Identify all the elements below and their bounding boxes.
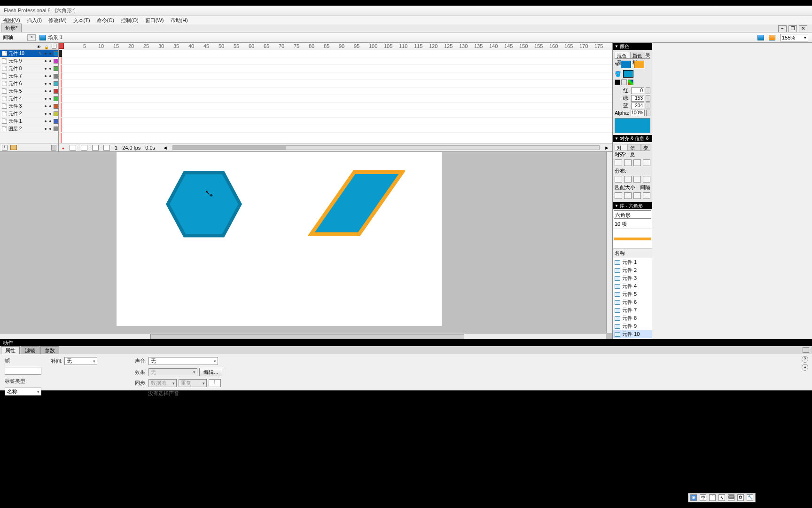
minimize-button[interactable]: −	[778, 25, 787, 32]
layer-row[interactable]: 元件 7	[0, 72, 58, 80]
red-input[interactable]: 0	[631, 87, 644, 94]
library-panel-header[interactable]: 库 - 六角形	[613, 202, 652, 209]
document-tab[interactable]: 角形*	[1, 24, 22, 32]
black-white-icon[interactable]	[615, 79, 620, 85]
layer-color-swatch[interactable]	[54, 74, 58, 79]
transform-tab[interactable]: 变	[641, 144, 650, 151]
layer-color-swatch[interactable]	[54, 119, 58, 124]
add-folder-button[interactable]	[10, 145, 17, 150]
layer-row[interactable]: 元件 3	[0, 103, 58, 110]
match-height-button[interactable]	[624, 192, 632, 199]
menu-text[interactable]: 文本(T)	[73, 17, 90, 24]
layer-color-swatch[interactable]	[54, 96, 58, 101]
delete-layer-button[interactable]	[51, 145, 56, 151]
layer-row[interactable]: 元件 5	[0, 87, 58, 95]
layer-row[interactable]: 元件 2	[0, 110, 58, 118]
layer-color-swatch[interactable]	[54, 81, 58, 86]
align-top-button[interactable]	[643, 159, 650, 166]
ime-punct-button[interactable]: •,	[718, 494, 725, 501]
sync-select[interactable]: 数据流	[148, 379, 177, 387]
layer-color-swatch[interactable]	[54, 89, 58, 94]
eye-column-icon[interactable]	[37, 44, 41, 48]
effect-select[interactable]: 无	[148, 368, 197, 376]
color-panel-header[interactable]: 颜色	[613, 43, 652, 50]
layer-color-swatch[interactable]	[54, 104, 58, 109]
alpha-spinner[interactable]	[646, 110, 650, 116]
parallelogram-shape[interactable]	[308, 170, 405, 237]
fill-swatch[interactable]	[634, 61, 644, 68]
edit-scene-icon[interactable]	[757, 35, 764, 40]
match-width-button[interactable]	[615, 192, 622, 199]
swap-colors-icon[interactable]	[628, 79, 633, 85]
menu-insert[interactable]: 插入(I)	[27, 17, 42, 24]
menu-window[interactable]: 窗口(W)	[145, 17, 164, 24]
timeline-ruler[interactable]: 1510152025303540455055606570758085909510…	[59, 43, 612, 50]
vertical-scrollbar[interactable]	[606, 152, 612, 333]
dist-top-button[interactable]	[615, 176, 622, 183]
restore-button[interactable]: ❐	[789, 25, 797, 32]
horizontal-scrollbar[interactable]	[0, 333, 606, 339]
scene-back-button[interactable]	[27, 34, 36, 41]
stroke-swatch[interactable]	[621, 61, 631, 68]
layer-color-swatch[interactable]	[54, 66, 58, 71]
blue-spinner[interactable]	[646, 103, 650, 109]
params-tab[interactable]: 参数	[40, 346, 59, 354]
library-item[interactable]: 元件 5	[613, 290, 652, 298]
library-item[interactable]: 元件 4	[613, 282, 652, 290]
ime-mode-icon[interactable]: ◉	[690, 494, 697, 501]
sound-select[interactable]: 无	[148, 357, 218, 365]
edit-sound-button[interactable]: 编辑...	[199, 368, 222, 376]
dist-bottom-button[interactable]	[633, 176, 641, 183]
green-input[interactable]: 153	[631, 95, 644, 102]
menu-control[interactable]: 控制(O)	[121, 17, 139, 24]
align-right-button[interactable]	[633, 159, 641, 166]
onion-outline-button[interactable]	[92, 145, 99, 151]
space-h-button[interactable]	[643, 192, 650, 199]
dist-left-button[interactable]	[643, 176, 650, 183]
library-item[interactable]: 元件 1	[613, 258, 652, 266]
menu-help[interactable]: 帮助(H)	[171, 17, 188, 24]
layer-color-swatch[interactable]	[54, 51, 58, 56]
edit-multi-button[interactable]	[103, 145, 110, 151]
fill-swatch-2[interactable]	[623, 70, 633, 78]
align-tab[interactable]: 对齐	[615, 144, 628, 151]
green-spinner[interactable]	[646, 95, 650, 102]
actions-panel-header[interactable]: 动作	[0, 339, 812, 346]
expand-icon[interactable]: ▴	[802, 364, 808, 371]
layer-row[interactable]: 元件 4	[0, 95, 58, 103]
no-color-icon[interactable]	[621, 79, 627, 85]
ime-settings-button[interactable]: 🔧	[747, 494, 753, 501]
repeat-select[interactable]: 重复	[179, 379, 207, 387]
repeat-count-input[interactable]: 1	[209, 379, 221, 387]
panel-menu-icon[interactable]	[803, 347, 809, 353]
zoom-select[interactable]: 155%	[780, 34, 808, 41]
layer-color-swatch[interactable]	[54, 127, 58, 131]
align-panel-header[interactable]: 对齐 & 信息 &	[613, 135, 652, 142]
match-both-button[interactable]	[633, 192, 641, 199]
onion-skin-button[interactable]	[81, 145, 87, 151]
layer-row[interactable]: 元件 9	[0, 57, 58, 65]
library-item[interactable]: 元件 7	[613, 306, 652, 314]
edit-symbols-icon[interactable]	[769, 35, 775, 40]
stage[interactable]: ↖✥	[117, 152, 442, 326]
lock-column-icon[interactable]	[44, 44, 49, 48]
layer-row[interactable]: 元件 8	[0, 65, 58, 72]
timeline-scrollbar[interactable]	[172, 145, 600, 150]
outline-column-icon[interactable]	[52, 44, 56, 48]
filters-tab[interactable]: 滤镜	[21, 346, 39, 354]
layer-row[interactable]: 元件 1	[0, 118, 58, 125]
align-left-button[interactable]	[615, 159, 622, 166]
close-button[interactable]: ✕	[799, 25, 807, 32]
stage-area[interactable]: ↖✥	[0, 152, 612, 339]
mixer-tab[interactable]: 混色器	[615, 52, 630, 58]
align-hcenter-button[interactable]	[624, 159, 632, 166]
add-layer-button[interactable]	[2, 145, 8, 151]
library-doc-select[interactable]: 六角形	[614, 210, 651, 219]
ime-skin-button[interactable]: ✿	[737, 494, 744, 501]
timeline-frames[interactable]	[59, 50, 612, 143]
library-item[interactable]: 元件 9	[613, 322, 652, 330]
ime-shape-button[interactable]: ⌒	[709, 494, 716, 501]
menu-view[interactable]: 视图(V)	[3, 17, 20, 24]
dist-vcenter-button[interactable]	[624, 176, 632, 183]
library-item[interactable]: 元件 6	[613, 298, 652, 306]
